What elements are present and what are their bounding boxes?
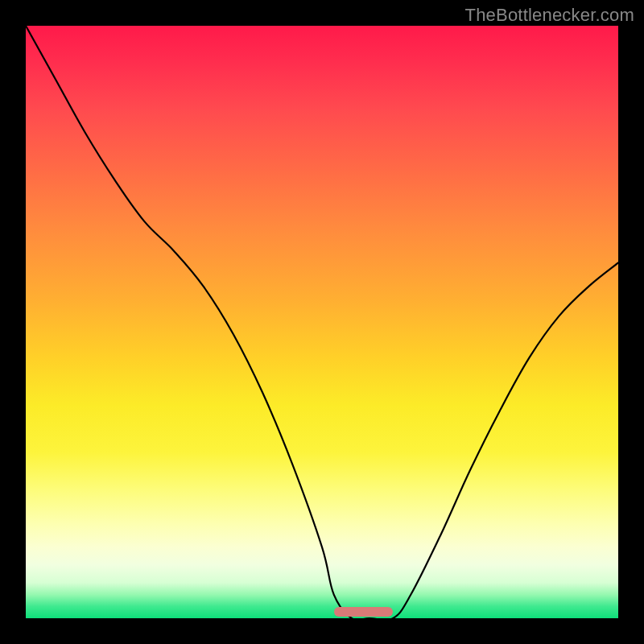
plot-area xyxy=(26,26,618,618)
optimal-range-marker xyxy=(334,607,394,617)
bottleneck-curve xyxy=(26,26,618,618)
chart-frame: TheBottlenecker.com xyxy=(0,0,644,644)
curve-path xyxy=(26,26,618,618)
watermark-text: TheBottlenecker.com xyxy=(465,5,634,26)
